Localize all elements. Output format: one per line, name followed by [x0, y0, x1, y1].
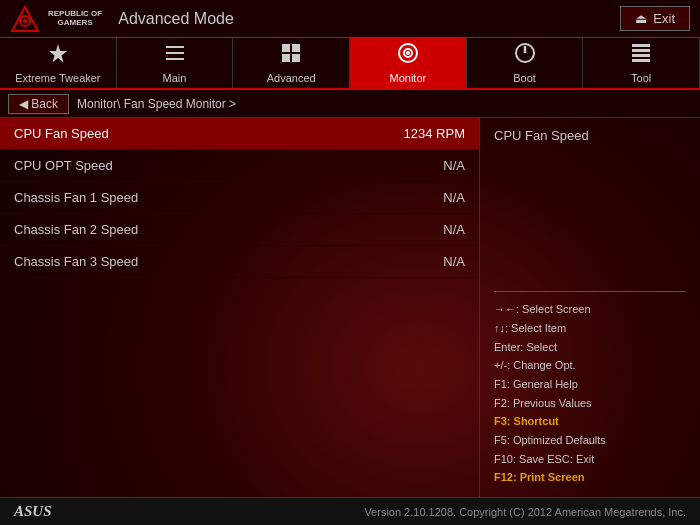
- tab-advanced[interactable]: Advanced: [233, 38, 350, 88]
- help-line-4: +/-: Change Opt.: [494, 356, 686, 375]
- help-line-10: F12: Print Screen: [494, 468, 686, 487]
- exit-label: Exit: [653, 11, 675, 26]
- chassis-fan3-speed-label: Chassis Fan 3 Speed: [14, 254, 138, 269]
- main-layout: CPU Fan Speed 1234 RPM CPU OPT Speed N/A…: [0, 118, 700, 497]
- svg-rect-17: [632, 54, 650, 57]
- cpu-opt-speed-label: CPU OPT Speed: [14, 158, 113, 173]
- svg-rect-3: [166, 46, 184, 48]
- nav-tabs: Extreme Tweaker Main Advanced Monitor Bo…: [0, 38, 700, 90]
- advanced-icon: [280, 42, 302, 69]
- breadcrumb: Monitor\ Fan Speed Monitor >: [77, 97, 236, 111]
- menu-item-chassis-fan1-speed[interactable]: Chassis Fan 1 Speed N/A: [0, 182, 479, 214]
- svg-rect-6: [282, 44, 290, 52]
- bottom-bar: ASUS Version 2.10.1208. Copyright (C) 20…: [0, 497, 700, 525]
- tab-main[interactable]: Main: [117, 38, 234, 88]
- extreme-tweaker-icon: [47, 42, 69, 69]
- svg-point-2: [23, 19, 27, 23]
- menu-items: CPU Fan Speed 1234 RPM CPU OPT Speed N/A…: [0, 118, 479, 497]
- tab-advanced-label: Advanced: [267, 72, 316, 84]
- chassis-fan1-speed-label: Chassis Fan 1 Speed: [14, 190, 138, 205]
- help-divider: [494, 291, 686, 292]
- exit-icon: ⏏: [635, 11, 647, 26]
- back-label: ◀ Back: [19, 97, 58, 111]
- menu-item-cpu-fan-speed[interactable]: CPU Fan Speed 1234 RPM: [0, 118, 479, 150]
- asus-logo: ASUS: [14, 503, 52, 520]
- item-description: CPU Fan Speed: [494, 128, 686, 143]
- boot-icon: [514, 42, 536, 69]
- breadcrumb-bar: ◀ Back Monitor\ Fan Speed Monitor >: [0, 90, 700, 118]
- svg-rect-4: [166, 52, 184, 54]
- top-bar: REPUBLIC OF GAMERS Advanced Mode ⏏ Exit: [0, 0, 700, 38]
- tab-tool-label: Tool: [631, 72, 651, 84]
- svg-rect-9: [292, 54, 300, 62]
- chassis-fan2-speed-label: Chassis Fan 2 Speed: [14, 222, 138, 237]
- help-line-3: Enter: Select: [494, 338, 686, 357]
- tab-boot-label: Boot: [513, 72, 536, 84]
- svg-rect-8: [282, 54, 290, 62]
- exit-button[interactable]: ⏏ Exit: [620, 6, 690, 31]
- tab-extreme-tweaker-label: Extreme Tweaker: [15, 72, 100, 84]
- help-line-1: →←: Select Screen: [494, 300, 686, 319]
- help-line-5: F1: General Help: [494, 375, 686, 394]
- right-panel: CPU Fan Speed →←: Select Screen ↑↓: Sele…: [480, 118, 700, 497]
- page-title: Advanced Mode: [118, 10, 234, 28]
- tab-extreme-tweaker[interactable]: Extreme Tweaker: [0, 38, 117, 88]
- help-line-9: F10: Save ESC: Exit: [494, 450, 686, 469]
- menu-item-chassis-fan2-speed[interactable]: Chassis Fan 2 Speed N/A: [0, 214, 479, 246]
- chassis-fan2-speed-value: N/A: [443, 222, 465, 237]
- help-line-7: F3: Shortcut: [494, 412, 686, 431]
- cpu-opt-speed-value: N/A: [443, 158, 465, 173]
- tool-icon: [630, 42, 652, 69]
- svg-rect-15: [632, 44, 650, 47]
- tab-monitor-label: Monitor: [390, 72, 427, 84]
- svg-rect-7: [292, 44, 300, 52]
- svg-point-12: [406, 51, 410, 55]
- svg-rect-18: [632, 59, 650, 62]
- tab-boot[interactable]: Boot: [467, 38, 584, 88]
- monitor-icon: [397, 42, 419, 69]
- cpu-fan-speed-value: 1234 RPM: [404, 126, 465, 141]
- svg-rect-5: [166, 58, 184, 60]
- logo-area: REPUBLIC OF GAMERS Advanced Mode: [10, 5, 234, 33]
- chassis-fan3-speed-value: N/A: [443, 254, 465, 269]
- help-line-6: F2: Previous Values: [494, 394, 686, 413]
- help-text: →←: Select Screen ↑↓: Select Item Enter:…: [494, 300, 686, 487]
- tab-main-label: Main: [163, 72, 187, 84]
- main-icon: [164, 42, 186, 69]
- back-button[interactable]: ◀ Back: [8, 94, 69, 114]
- menu-item-cpu-opt-speed[interactable]: CPU OPT Speed N/A: [0, 150, 479, 182]
- chassis-fan1-speed-value: N/A: [443, 190, 465, 205]
- help-line-8: F5: Optimized Defaults: [494, 431, 686, 450]
- rog-logo: REPUBLIC OF GAMERS: [48, 10, 102, 28]
- rog-icon: [10, 5, 40, 33]
- cpu-fan-speed-label: CPU Fan Speed: [14, 126, 109, 141]
- help-line-2: ↑↓: Select Item: [494, 319, 686, 338]
- svg-rect-16: [632, 49, 650, 52]
- rog-line2: GAMERS: [58, 19, 93, 28]
- version-text: Version 2.10.1208. Copyright (C) 2012 Am…: [364, 506, 686, 518]
- tab-monitor[interactable]: Monitor: [350, 38, 467, 88]
- left-panel: CPU Fan Speed 1234 RPM CPU OPT Speed N/A…: [0, 118, 480, 497]
- tab-tool[interactable]: Tool: [583, 38, 700, 88]
- menu-item-chassis-fan3-speed[interactable]: Chassis Fan 3 Speed N/A: [0, 246, 479, 278]
